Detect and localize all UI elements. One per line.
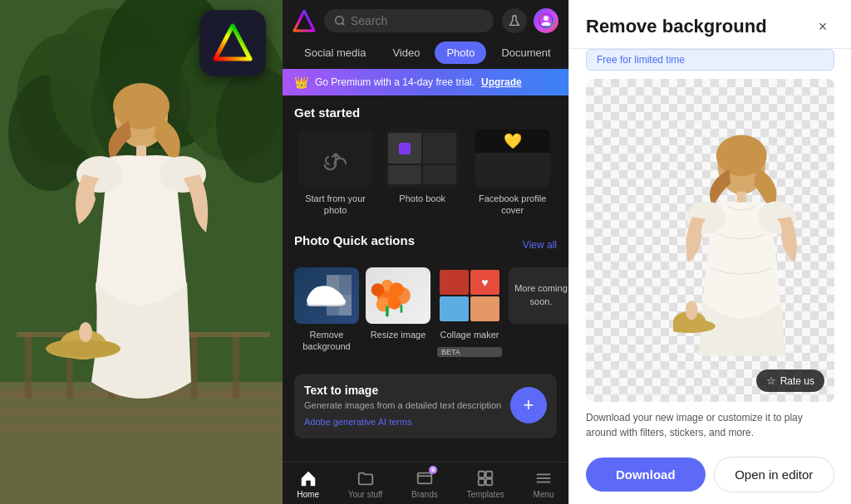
bottom-nav-brands[interactable]: ♛ Brands [411, 469, 438, 499]
bottom-nav-menu-label: Menu [534, 490, 554, 499]
bottom-nav-brands-label: Brands [411, 490, 438, 499]
search-input[interactable] [351, 14, 484, 27]
svg-point-30 [336, 17, 343, 24]
get-started-grid: Start from your photo Photo book [294, 130, 557, 217]
svg-rect-50 [486, 479, 492, 485]
view-all-link[interactable]: View all [523, 239, 557, 251]
quick-actions-header: Photo Quick actions View all [294, 233, 557, 257]
book-cell-2 [423, 133, 456, 164]
gs-label-book: Photo book [399, 193, 445, 204]
collage-cell-3 [440, 296, 469, 321]
tab-document[interactable]: Document [489, 42, 562, 64]
svg-rect-16 [191, 332, 198, 399]
svg-rect-11 [0, 423, 283, 432]
folder-icon [357, 469, 375, 487]
svg-rect-49 [479, 479, 485, 485]
cloud-upload-icon [321, 144, 351, 174]
crown-icon: 👑 [294, 76, 308, 89]
create-fab-button[interactable]: + [510, 387, 547, 423]
qa-label-collage: Collage maker [437, 329, 502, 340]
qa-thumb-more: More coming soon. [509, 267, 568, 324]
home-icon [299, 469, 317, 487]
flask-icon-btn[interactable] [502, 8, 527, 33]
tab-video[interactable]: Video [381, 42, 431, 64]
bottom-nav-home[interactable]: Home [297, 469, 319, 499]
middle-panel: Social media Video Photo Document 👑 Go P… [283, 0, 568, 504]
more-coming-text: More coming soon. [509, 279, 568, 311]
premium-banner: 👑 Go Premium with a 14-day free trial. U… [283, 69, 568, 95]
middle-content: Get started Start from your photo [283, 95, 568, 462]
adobe-logo [293, 9, 316, 32]
svg-point-43 [388, 296, 401, 309]
adobe-express-logo-icon [212, 22, 253, 64]
fb-bottom [475, 153, 550, 188]
tab-photo[interactable]: Photo [435, 42, 486, 64]
description-text: Download your new image or customize it … [569, 402, 851, 448]
gs-label-photo: Start from your photo [294, 193, 376, 217]
rate-us-button[interactable]: ☆ Rate us [756, 369, 824, 392]
svg-point-61 [685, 301, 697, 320]
fb-top-bar: 💛 [475, 130, 550, 153]
top-bar-icons [502, 8, 558, 33]
nav-tabs: Social media Video Photo Document [283, 42, 568, 64]
gs-item-book[interactable]: Photo book [385, 130, 460, 217]
shoe-icon [302, 272, 352, 318]
qa-thumb-resize [366, 267, 430, 324]
gs-item-facebook[interactable]: 💛 Facebook profile cover [468, 130, 557, 217]
tab-social-media[interactable]: Social media [293, 42, 377, 64]
close-button[interactable]: × [811, 15, 834, 38]
menu-icon [534, 469, 553, 487]
bottom-nav-your-stuff[interactable]: Your stuff [348, 469, 383, 499]
gs-thumb-book [385, 130, 460, 188]
svg-rect-10 [0, 407, 283, 415]
svg-point-32 [544, 16, 548, 21]
svg-point-26 [46, 340, 121, 357]
svg-rect-17 [233, 332, 239, 399]
user-avatar[interactable] [534, 8, 558, 33]
adobe-logo-icon [293, 9, 316, 32]
tti-title: Text to image [304, 384, 502, 397]
collage-cell-2: ♥ [470, 270, 499, 295]
collage-cell-1 [440, 270, 469, 295]
book-grid [385, 130, 460, 188]
removed-bg-preview [673, 100, 809, 382]
qa-thumb-remove-bg [294, 267, 359, 324]
free-badge: Free for limited time [586, 49, 834, 71]
star-icon: ☆ [766, 374, 776, 387]
gs-item-photo[interactable]: Start from your photo [294, 130, 376, 217]
left-photo-panel [0, 0, 283, 504]
download-button[interactable]: Download [586, 458, 706, 492]
flower-icon [369, 271, 427, 321]
beta-badge: BETA [437, 347, 502, 357]
qa-item-remove-bg[interactable]: Remove background [294, 267, 359, 357]
svg-marker-29 [294, 11, 314, 31]
quick-actions-grid: Remove background [294, 267, 557, 357]
collage-cell-4 [470, 296, 499, 321]
fb-heart-icon: 💛 [504, 132, 522, 150]
collage-grid: ♥ [437, 267, 502, 324]
search-icon [334, 15, 346, 27]
avatar-icon [539, 13, 553, 28]
gs-thumb-photo [298, 130, 373, 188]
quick-actions-title: Photo Quick actions [294, 233, 415, 247]
bottom-nav-templates[interactable]: Templates [466, 469, 504, 499]
preview-area: ☆ Rate us [586, 79, 834, 402]
right-panel: Remove background × Free for limited tim… [568, 0, 851, 504]
app-icon[interactable] [199, 10, 266, 76]
upgrade-link[interactable]: Upgrade [481, 76, 522, 88]
top-bar [283, 0, 568, 42]
book-cell-4 [423, 165, 456, 184]
svg-rect-8 [0, 382, 283, 504]
svg-point-40 [371, 283, 385, 296]
tti-ai-terms-link[interactable]: Adobe generative AI terms [304, 417, 412, 427]
search-bar[interactable] [324, 9, 494, 32]
open-in-editor-button[interactable]: Open in editor [714, 457, 835, 492]
svg-rect-45 [401, 304, 403, 313]
qa-item-collage[interactable]: ♥ Collage maker BETA [437, 267, 502, 357]
gs-label-facebook: Facebook profile cover [468, 193, 557, 217]
fb-content: 💛 [475, 130, 550, 188]
bottom-nav-menu[interactable]: Menu [534, 469, 554, 499]
qa-item-resize[interactable]: Resize image [366, 267, 430, 357]
get-started-title: Get started [294, 105, 557, 120]
svg-rect-48 [486, 472, 492, 477]
